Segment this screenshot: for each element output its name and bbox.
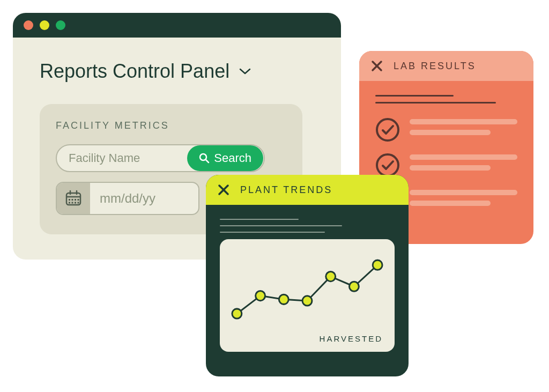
chart-series-label: HARVESTED [320,334,383,343]
svg-point-24 [256,291,265,301]
svg-point-16 [377,119,398,140]
svg-point-23 [232,309,242,319]
placeholder-line [220,219,299,220]
svg-rect-10 [69,202,70,204]
check-circle-icon [375,117,400,142]
page-title: Reports Control Panel [40,60,229,83]
facility-metrics-label: FACILITY METRICS [56,120,286,131]
svg-point-26 [302,296,312,306]
lab-result-item [375,117,517,142]
close-icon[interactable] [371,60,383,72]
placeholder-line [220,232,325,233]
plant-trends-body: HARVESTED [206,205,409,363]
chevron-down-icon [239,68,251,75]
svg-point-25 [279,294,288,304]
maximize-window-button[interactable] [56,20,65,30]
placeholder-bars [410,154,517,176]
placeholder-bars [410,119,517,140]
plant-trends-card: PLANT TRENDS HARVESTED [206,175,409,376]
lab-results-header: LAB RESULTS [359,51,533,81]
facility-search-field[interactable]: Facility Name Search [56,144,265,172]
svg-rect-6 [69,199,70,201]
svg-point-28 [349,282,359,291]
svg-rect-11 [72,202,73,204]
svg-rect-12 [75,202,76,204]
search-button[interactable]: Search [187,145,263,171]
calendar-icon-box [57,182,90,215]
date-input[interactable]: mm/dd/yy [56,182,199,215]
lab-result-item [375,153,517,177]
plant-trends-header: PLANT TRENDS [206,175,409,205]
search-button-label: Search [214,151,251,165]
svg-point-29 [373,260,382,270]
harvested-chart: HARVESTED [220,239,395,352]
page-title-dropdown[interactable]: Reports Control Panel [40,60,314,83]
close-window-button[interactable] [24,20,33,30]
svg-rect-7 [72,199,73,201]
line-chart [227,247,387,344]
svg-rect-13 [78,202,79,204]
placeholder-line [375,95,454,97]
lab-results-title: LAB RESULTS [394,61,476,72]
svg-point-17 [377,154,398,176]
minimize-window-button[interactable] [40,20,49,30]
placeholder-line [375,102,496,103]
search-icon [199,153,210,164]
plant-trends-title: PLANT TRENDS [240,184,332,196]
placeholder-line [220,225,342,226]
close-icon[interactable] [218,184,229,196]
svg-point-27 [326,271,336,281]
svg-rect-9 [78,199,79,201]
window-titlebar [13,13,341,38]
placeholder-bars [410,190,517,211]
check-circle-icon [375,153,400,177]
facility-search-placeholder: Facility Name [69,151,187,165]
svg-line-1 [206,160,209,162]
date-placeholder: mm/dd/yy [90,191,155,206]
svg-rect-8 [75,199,76,201]
calendar-icon [64,189,83,208]
